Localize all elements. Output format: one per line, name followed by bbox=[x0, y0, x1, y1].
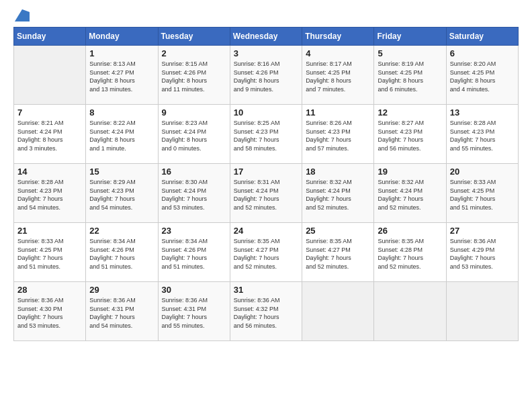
day-number: 23 bbox=[162, 226, 226, 236]
day-info: Sunrise: 8:36 AM Sunset: 4:29 PM Dayligh… bbox=[450, 237, 515, 271]
day-info: Sunrise: 8:23 AM Sunset: 4:24 PM Dayligh… bbox=[162, 119, 226, 152]
weekday-header-thursday: Thursday bbox=[302, 28, 374, 46]
calendar-cell bbox=[446, 282, 518, 341]
calendar-cell: 2Sunrise: 8:15 AM Sunset: 4:26 PM Daylig… bbox=[158, 46, 230, 105]
day-info: Sunrise: 8:31 AM Sunset: 4:24 PM Dayligh… bbox=[234, 178, 298, 212]
calendar-cell: 1Sunrise: 8:13 AM Sunset: 4:27 PM Daylig… bbox=[86, 46, 158, 105]
day-number: 31 bbox=[234, 285, 298, 295]
calendar-cell: 19Sunrise: 8:32 AM Sunset: 4:24 PM Dayli… bbox=[374, 164, 446, 223]
day-info: Sunrise: 8:35 AM Sunset: 4:27 PM Dayligh… bbox=[234, 237, 298, 271]
day-info: Sunrise: 8:26 AM Sunset: 4:23 PM Dayligh… bbox=[306, 119, 370, 152]
calendar-cell: 21Sunrise: 8:33 AM Sunset: 4:25 PM Dayli… bbox=[14, 223, 86, 282]
day-info: Sunrise: 8:29 AM Sunset: 4:23 PM Dayligh… bbox=[89, 178, 154, 212]
day-number: 9 bbox=[162, 107, 226, 118]
day-number: 24 bbox=[234, 226, 298, 236]
calendar-cell: 23Sunrise: 8:34 AM Sunset: 4:26 PM Dayli… bbox=[158, 223, 230, 282]
weekday-header-tuesday: Tuesday bbox=[158, 28, 230, 46]
calendar-cell bbox=[374, 282, 446, 341]
weekday-header-friday: Friday bbox=[374, 28, 446, 46]
calendar-cell: 17Sunrise: 8:31 AM Sunset: 4:24 PM Dayli… bbox=[230, 164, 302, 223]
day-number: 14 bbox=[17, 167, 82, 177]
header bbox=[13, 11, 519, 20]
svg-marker-1 bbox=[15, 9, 30, 21]
day-number: 5 bbox=[378, 48, 442, 58]
weekday-header-saturday: Saturday bbox=[446, 28, 518, 46]
day-number: 11 bbox=[306, 107, 370, 118]
day-info: Sunrise: 8:15 AM Sunset: 4:26 PM Dayligh… bbox=[162, 60, 226, 93]
calendar-cell bbox=[14, 46, 86, 105]
day-info: Sunrise: 8:28 AM Sunset: 4:23 PM Dayligh… bbox=[17, 178, 82, 212]
day-number: 25 bbox=[306, 226, 370, 236]
day-number: 26 bbox=[378, 226, 442, 236]
day-number: 8 bbox=[89, 107, 154, 118]
day-number: 22 bbox=[89, 226, 154, 236]
day-number: 13 bbox=[450, 107, 515, 118]
calendar-cell: 3Sunrise: 8:16 AM Sunset: 4:26 PM Daylig… bbox=[230, 46, 302, 105]
day-number: 28 bbox=[17, 285, 82, 295]
day-number: 3 bbox=[234, 48, 298, 58]
day-info: Sunrise: 8:34 AM Sunset: 4:26 PM Dayligh… bbox=[162, 237, 226, 271]
calendar-cell: 14Sunrise: 8:28 AM Sunset: 4:23 PM Dayli… bbox=[14, 164, 86, 223]
day-info: Sunrise: 8:36 AM Sunset: 4:31 PM Dayligh… bbox=[162, 296, 226, 330]
calendar-page: SundayMondayTuesdayWednesdayThursdayFrid… bbox=[0, 0, 532, 411]
day-number: 19 bbox=[378, 167, 442, 177]
calendar-cell bbox=[302, 282, 374, 341]
calendar-cell: 16Sunrise: 8:30 AM Sunset: 4:24 PM Dayli… bbox=[158, 164, 230, 223]
calendar-cell: 26Sunrise: 8:35 AM Sunset: 4:28 PM Dayli… bbox=[374, 223, 446, 282]
day-info: Sunrise: 8:35 AM Sunset: 4:28 PM Dayligh… bbox=[378, 237, 442, 271]
calendar-cell: 4Sunrise: 8:17 AM Sunset: 4:25 PM Daylig… bbox=[302, 46, 374, 105]
calendar-cell: 25Sunrise: 8:35 AM Sunset: 4:27 PM Dayli… bbox=[302, 223, 374, 282]
day-number: 15 bbox=[89, 167, 154, 177]
day-info: Sunrise: 8:21 AM Sunset: 4:24 PM Dayligh… bbox=[17, 119, 82, 152]
day-info: Sunrise: 8:33 AM Sunset: 4:25 PM Dayligh… bbox=[450, 178, 515, 212]
calendar-cell: 24Sunrise: 8:35 AM Sunset: 4:27 PM Dayli… bbox=[230, 223, 302, 282]
logo-icon bbox=[15, 9, 30, 21]
calendar-cell: 27Sunrise: 8:36 AM Sunset: 4:29 PM Dayli… bbox=[446, 223, 518, 282]
calendar-cell: 30Sunrise: 8:36 AM Sunset: 4:31 PM Dayli… bbox=[158, 282, 230, 341]
day-info: Sunrise: 8:36 AM Sunset: 4:31 PM Dayligh… bbox=[89, 296, 154, 330]
day-info: Sunrise: 8:36 AM Sunset: 4:30 PM Dayligh… bbox=[17, 296, 82, 330]
calendar-cell: 6Sunrise: 8:20 AM Sunset: 4:25 PM Daylig… bbox=[446, 46, 518, 105]
calendar-cell: 12Sunrise: 8:27 AM Sunset: 4:23 PM Dayli… bbox=[374, 105, 446, 164]
day-info: Sunrise: 8:19 AM Sunset: 4:25 PM Dayligh… bbox=[378, 60, 442, 93]
day-number: 30 bbox=[162, 285, 226, 295]
calendar-table: SundayMondayTuesdayWednesdayThursdayFrid… bbox=[13, 27, 519, 341]
day-info: Sunrise: 8:33 AM Sunset: 4:25 PM Dayligh… bbox=[17, 237, 82, 271]
calendar-cell: 15Sunrise: 8:29 AM Sunset: 4:23 PM Dayli… bbox=[86, 164, 158, 223]
day-info: Sunrise: 8:17 AM Sunset: 4:25 PM Dayligh… bbox=[306, 60, 370, 93]
day-number: 16 bbox=[162, 167, 226, 177]
calendar-cell: 28Sunrise: 8:36 AM Sunset: 4:30 PM Dayli… bbox=[14, 282, 86, 341]
day-number: 2 bbox=[162, 48, 226, 58]
day-number: 21 bbox=[17, 226, 82, 236]
day-info: Sunrise: 8:13 AM Sunset: 4:27 PM Dayligh… bbox=[89, 60, 154, 93]
day-number: 7 bbox=[17, 107, 82, 118]
day-info: Sunrise: 8:25 AM Sunset: 4:23 PM Dayligh… bbox=[234, 119, 298, 152]
day-info: Sunrise: 8:28 AM Sunset: 4:23 PM Dayligh… bbox=[450, 119, 515, 152]
day-number: 29 bbox=[89, 285, 154, 295]
calendar-cell: 22Sunrise: 8:34 AM Sunset: 4:26 PM Dayli… bbox=[86, 223, 158, 282]
calendar-cell: 29Sunrise: 8:36 AM Sunset: 4:31 PM Dayli… bbox=[86, 282, 158, 341]
weekday-header-sunday: Sunday bbox=[14, 28, 86, 46]
logo bbox=[13, 11, 30, 20]
calendar-cell: 18Sunrise: 8:32 AM Sunset: 4:24 PM Dayli… bbox=[302, 164, 374, 223]
day-info: Sunrise: 8:20 AM Sunset: 4:25 PM Dayligh… bbox=[450, 60, 515, 93]
day-info: Sunrise: 8:32 AM Sunset: 4:24 PM Dayligh… bbox=[306, 178, 370, 212]
day-info: Sunrise: 8:32 AM Sunset: 4:24 PM Dayligh… bbox=[378, 178, 442, 212]
day-info: Sunrise: 8:16 AM Sunset: 4:26 PM Dayligh… bbox=[234, 60, 298, 93]
day-number: 18 bbox=[306, 167, 370, 177]
day-number: 10 bbox=[234, 107, 298, 118]
day-number: 6 bbox=[450, 48, 515, 58]
day-number: 17 bbox=[234, 167, 298, 177]
day-info: Sunrise: 8:35 AM Sunset: 4:27 PM Dayligh… bbox=[306, 237, 370, 271]
weekday-header-wednesday: Wednesday bbox=[230, 28, 302, 46]
day-number: 4 bbox=[306, 48, 370, 58]
calendar-cell: 31Sunrise: 8:36 AM Sunset: 4:32 PM Dayli… bbox=[230, 282, 302, 341]
calendar-cell: 8Sunrise: 8:22 AM Sunset: 4:24 PM Daylig… bbox=[86, 105, 158, 164]
calendar-cell: 13Sunrise: 8:28 AM Sunset: 4:23 PM Dayli… bbox=[446, 105, 518, 164]
day-number: 20 bbox=[450, 167, 515, 177]
day-info: Sunrise: 8:36 AM Sunset: 4:32 PM Dayligh… bbox=[234, 296, 298, 330]
calendar-cell: 9Sunrise: 8:23 AM Sunset: 4:24 PM Daylig… bbox=[158, 105, 230, 164]
day-info: Sunrise: 8:30 AM Sunset: 4:24 PM Dayligh… bbox=[162, 178, 226, 212]
calendar-cell: 11Sunrise: 8:26 AM Sunset: 4:23 PM Dayli… bbox=[302, 105, 374, 164]
day-number: 12 bbox=[378, 107, 442, 118]
